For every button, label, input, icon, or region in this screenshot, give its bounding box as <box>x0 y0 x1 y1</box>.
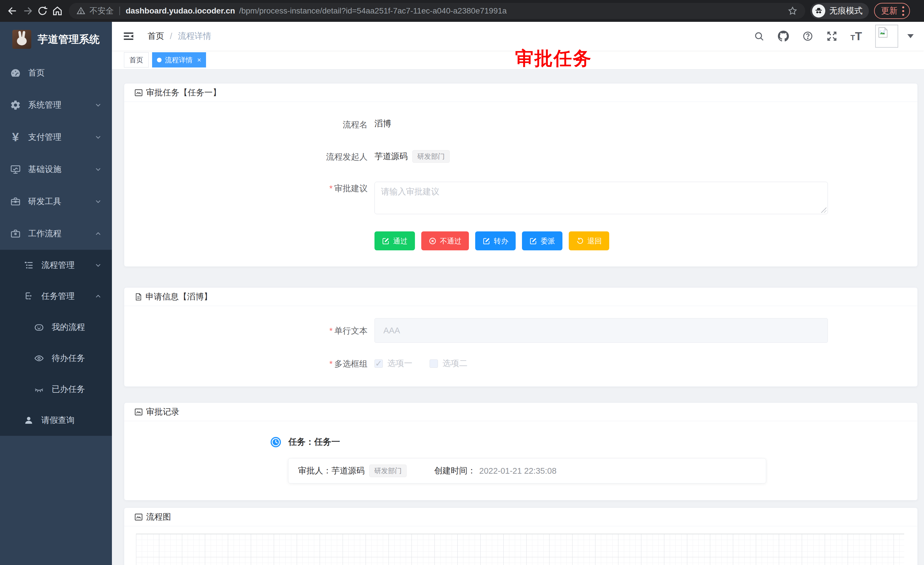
toolbox-icon <box>9 196 22 207</box>
reject-button[interactable]: 不通过 <box>421 231 469 250</box>
tree-list-icon <box>22 260 35 270</box>
reload-icon[interactable] <box>35 3 50 18</box>
card-title: 审批记录 <box>146 406 179 418</box>
required-asterisk: * <box>329 184 333 193</box>
bpmn-canvas[interactable] <box>136 534 904 565</box>
picture-icon <box>134 88 143 97</box>
sidebar-item-done-tasks[interactable]: 已办任务 <box>0 374 112 405</box>
suggestion-textarea[interactable]: 请输入审批建议 <box>375 182 828 214</box>
transfer-button[interactable]: 转办 <box>475 231 516 250</box>
sidebar-item-label: 基础设施 <box>28 164 62 175</box>
security-label[interactable]: 不安全 <box>90 6 114 17</box>
picture-icon <box>134 407 143 416</box>
forward-icon[interactable] <box>20 3 35 18</box>
sidebar-item-label: 支付管理 <box>28 131 62 143</box>
chevron-up-icon <box>94 230 102 238</box>
eye-open-icon <box>33 353 45 364</box>
sidebar-item-leave-query[interactable]: 请假查询 <box>0 405 112 436</box>
url-path: /bpm/process-instance/detail?id=54aa251f… <box>239 6 783 15</box>
field-label: *单行文本 <box>124 324 368 337</box>
sidebar-item-label: 已办任务 <box>52 383 85 395</box>
sidebar-item-infra[interactable]: 基础设施 <box>0 153 112 185</box>
kebab-menu-icon[interactable] <box>902 6 904 16</box>
fullscreen-icon[interactable] <box>826 31 837 42</box>
url-host: dashboard.yudao.iocoder.cn <box>126 6 235 15</box>
checkbox-option-2: 选项二 <box>430 358 468 369</box>
search-icon[interactable] <box>753 31 765 42</box>
checkbox-unchecked-icon <box>430 359 438 368</box>
warning-icon <box>76 6 86 15</box>
chevron-down-icon <box>94 197 102 206</box>
dashboard-icon <box>9 67 22 79</box>
chevron-up-icon <box>94 292 102 300</box>
approval-task-card: 审批任务【任务一】 流程名 滔博 流程发起人 芋道源码 研发部门 <box>124 83 918 267</box>
sidebar-item-workflow[interactable]: 工作流程 <box>0 218 112 250</box>
annotation-text: 审批任务 <box>515 46 592 71</box>
back-icon[interactable] <box>5 3 20 18</box>
update-button[interactable]: 更新 <box>881 5 898 17</box>
sidebar-item-todo-tasks[interactable]: 待办任务 <box>0 343 112 374</box>
sidebar-item-home[interactable]: 首页 <box>0 57 112 89</box>
approver-label: 审批人： <box>298 465 332 476</box>
card-title: 申请信息【滔博】 <box>146 291 212 303</box>
approve-button[interactable]: 通过 <box>375 231 415 250</box>
breadcrumb: 首页 / 流程详情 <box>147 30 211 42</box>
textarea-placeholder: 请输入审批建议 <box>381 187 440 196</box>
chevron-down-icon <box>94 261 102 269</box>
resize-grip-icon[interactable] <box>820 206 826 213</box>
home-icon[interactable] <box>50 3 65 18</box>
sidebar-item-label: 任务管理 <box>41 290 75 302</box>
sidebar-item-system[interactable]: 系统管理 <box>0 89 112 121</box>
tag-label: 流程详情 <box>165 56 192 65</box>
briefcase-icon <box>9 228 22 239</box>
github-icon[interactable] <box>778 30 789 42</box>
field-label: *审批建议 <box>124 182 368 194</box>
dept-tag: 研发部门 <box>369 464 406 477</box>
checkbox-option-1: ✓ 选项一 <box>375 358 412 369</box>
chevron-down-icon[interactable] <box>908 34 914 38</box>
sidebar-item-payment[interactable]: ¥ 支付管理 <box>0 121 112 153</box>
single-text-input: AAA <box>375 318 828 343</box>
field-value: 芋道源码 研发部门 <box>375 150 450 163</box>
workflow-submenu: 流程管理 任务管理 我的流程 <box>0 250 112 436</box>
logo-image <box>12 30 31 49</box>
sidebar-item-label: 请假查询 <box>41 415 75 426</box>
sidebar: 芋道管理系统 首页 系统管理 ¥ 支付管理 <box>0 22 112 565</box>
create-time-label: 创建时间： <box>434 465 476 476</box>
sidebar-collapse-icon[interactable] <box>122 30 135 42</box>
browser-menu[interactable]: 更新 <box>874 3 910 19</box>
sidebar-item-my-process[interactable]: 我的流程 <box>0 312 112 343</box>
app-logo[interactable]: 芋道管理系统 <box>0 22 112 57</box>
font-size-icon[interactable]: TT <box>850 30 862 43</box>
help-icon[interactable] <box>802 31 813 42</box>
sidebar-item-process-mgmt[interactable]: 流程管理 <box>0 250 112 281</box>
sidebar-item-task-mgmt[interactable]: 任务管理 <box>0 281 112 312</box>
broken-image-icon <box>877 26 889 39</box>
avatar[interactable] <box>875 25 898 48</box>
delegate-button[interactable]: 委派 <box>522 231 562 250</box>
page-content: 审批任务【任务一】 流程名 滔博 流程发起人 芋道源码 研发部门 <box>112 69 924 565</box>
field-label: 流程名 <box>124 118 368 131</box>
return-button[interactable]: 退回 <box>569 231 609 250</box>
breadcrumb-home[interactable]: 首页 <box>147 30 164 42</box>
face-icon <box>33 322 45 332</box>
close-icon[interactable]: × <box>197 56 201 64</box>
checkbox-checked-icon: ✓ <box>375 359 383 368</box>
clock-icon <box>270 436 282 448</box>
chevron-down-icon <box>94 101 102 109</box>
approval-record-card: 审批记录 任务：任务一 审批人： 芋道源码 研发部门 <box>124 403 918 500</box>
approver-name: 芋道源码 <box>332 465 365 476</box>
tag-home[interactable]: 首页 <box>124 52 148 68</box>
sidebar-item-label: 我的流程 <box>52 322 85 333</box>
tag-label: 首页 <box>129 56 143 65</box>
address-bar[interactable]: 不安全 dashboard.yudao.iocoder.cn /bpm/proc… <box>69 3 805 19</box>
picture-icon <box>134 512 143 521</box>
tag-process-detail[interactable]: 流程详情 × <box>152 52 206 68</box>
sidebar-item-label: 流程管理 <box>41 260 75 271</box>
sidebar-item-label: 首页 <box>28 67 45 79</box>
gear-icon <box>9 100 22 111</box>
top-navbar: 首页 / 流程详情 审批任务 <box>112 22 924 51</box>
timeline-item: 任务：任务一 <box>270 436 917 448</box>
sidebar-item-devtools[interactable]: 研发工具 <box>0 185 112 218</box>
bookmark-star-icon[interactable] <box>788 6 798 16</box>
